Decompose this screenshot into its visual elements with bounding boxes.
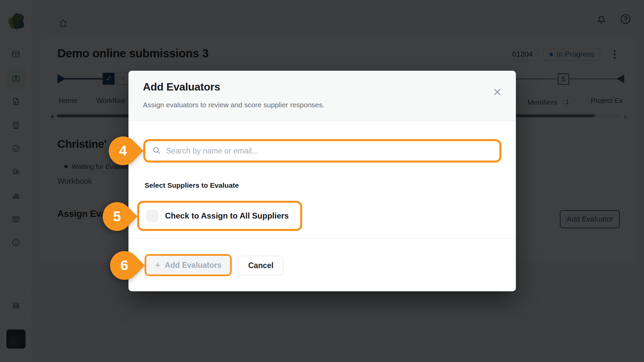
cancel-button[interactable]: Cancel [238,256,283,275]
assign-all-label: Check to Assign to All Suppliers [165,211,289,221]
search-icon [152,146,161,156]
button-label: Add Evaluators [165,261,221,270]
modal-title: Add Evaluators [143,81,220,93]
close-icon[interactable]: ✕ [493,87,502,98]
add-evaluators-highlight-ring: + Add Evaluators [145,254,232,276]
modal-header: Add Evaluators Assign evaluators to revi… [128,71,516,121]
marker-number: 6 [120,257,128,274]
assign-all-highlight-ring: Check to Assign to All Suppliers [137,201,302,231]
add-evaluators-modal: Add Evaluators Assign evaluators to revi… [128,71,516,291]
modal-subtitle: Assign evaluators to review and score su… [143,101,325,109]
marker-number: 5 [113,208,121,225]
plus-icon: + [155,260,160,270]
search-input[interactable] [166,146,493,156]
screen: Demo online submissions 3 01204 In Progr… [0,0,644,362]
marker-number: 4 [119,143,127,159]
select-suppliers-label: Select Suppliers to Evaluate [145,181,239,189]
button-label: Cancel [248,261,273,270]
add-evaluators-button[interactable]: + Add Evaluators [146,256,230,275]
search-highlight-ring [143,139,501,163]
modal-footer-divider [128,238,516,239]
assign-all-checkbox[interactable] [147,210,158,222]
